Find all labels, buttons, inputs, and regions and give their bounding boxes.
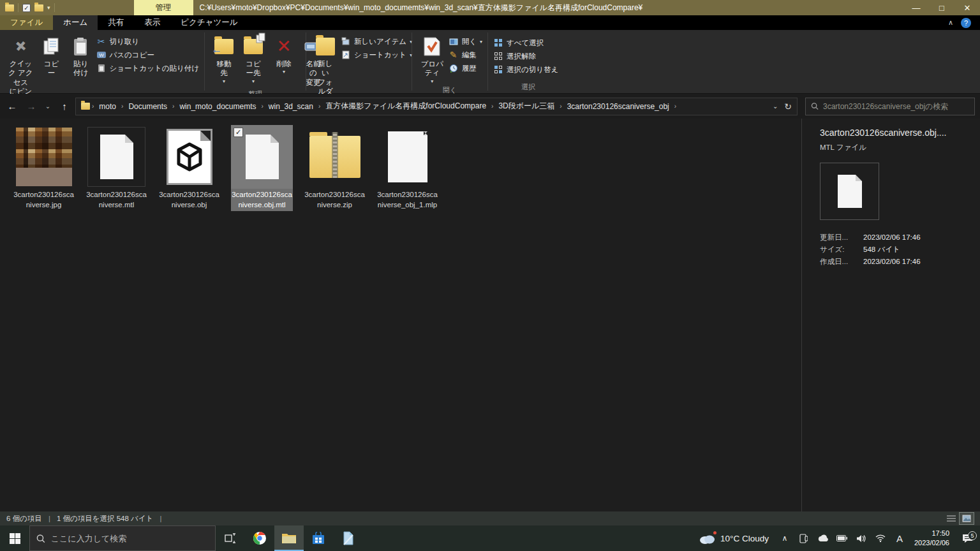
details-created-row: 作成日... 2023/02/06 17:46 xyxy=(820,256,974,268)
chrome-icon[interactable] xyxy=(245,525,274,551)
clock-time: 17:50 xyxy=(914,529,949,538)
breadcrumb-item[interactable]: 直方体撮影ファイル名再構成forCloudCompare xyxy=(322,99,489,113)
search-input[interactable] xyxy=(823,102,969,111)
task-view-button[interactable] xyxy=(216,525,245,551)
explorer-icon[interactable] xyxy=(5,4,14,11)
dropdown-caret-icon: ▾ xyxy=(480,40,482,43)
history-button[interactable]: 履歴 xyxy=(449,63,482,73)
breadcrumb-item[interactable]: 3D段ボール三箱 xyxy=(495,99,558,113)
app-icon[interactable] xyxy=(333,525,362,551)
select-none-button[interactable]: 選択解除 xyxy=(493,51,558,61)
file-tile-jpg[interactable]: 3carton230126scaniverse.jpg xyxy=(13,125,75,211)
paste-shortcut-button[interactable]: ショートカットの貼り付け xyxy=(96,63,199,73)
open-button[interactable]: 開く ▾ xyxy=(449,36,482,47)
dropdown-caret-icon: ▾ xyxy=(431,80,433,83)
invert-selection-button[interactable]: 選択の切り替え xyxy=(493,64,558,75)
file-tile-obj[interactable]: 3carton230126scaniverse.obj xyxy=(158,125,220,211)
history-icon xyxy=(449,63,459,73)
weather-cloud-icon xyxy=(699,533,715,544)
list-view-button[interactable] xyxy=(944,513,958,524)
divider xyxy=(18,3,19,12)
taskbar-clock[interactable]: 17:50 2023/02/06 xyxy=(909,529,954,548)
breadcrumb-item[interactable]: moto xyxy=(96,101,119,112)
breadcrumb-item[interactable]: win_3d_scan xyxy=(265,101,316,112)
new-folder-icon[interactable] xyxy=(34,4,43,11)
tab-share[interactable]: 共有 xyxy=(98,15,134,30)
jpg-thumbnail xyxy=(16,128,72,186)
weather-widget[interactable]: 10°C Cloudy xyxy=(692,533,775,544)
customize-toolbar-caret-icon[interactable]: ▾ xyxy=(47,4,50,11)
up-button[interactable]: ↑ xyxy=(56,98,73,115)
copy-to-button[interactable]: コピー先 ▾ xyxy=(239,34,267,85)
properties-button[interactable]: プロパティ ▾ xyxy=(417,34,447,85)
clipboard-small-buttons: ✂ 切り取り W パスのコピー ショートカットの貼り付け xyxy=(96,34,199,73)
file-tile-zip[interactable]: 3carton230126scaniverse.zip xyxy=(304,125,366,211)
details-pane: 3carton230126scaniverse.obj.... MTL ファイル… xyxy=(802,119,980,511)
onedrive-icon[interactable] xyxy=(815,534,831,542)
cut-button[interactable]: ✂ 切り取り xyxy=(96,36,199,47)
thumbnail-view-button[interactable] xyxy=(960,513,974,524)
minimize-button[interactable]: — xyxy=(903,0,929,15)
breadcrumb-item[interactable]: Documents xyxy=(125,101,170,112)
battery-icon[interactable] xyxy=(835,535,850,541)
copy-button[interactable]: コピー xyxy=(38,34,66,80)
tab-home[interactable]: ホーム xyxy=(53,15,98,30)
tray-chevron-icon[interactable]: ∧ xyxy=(777,534,792,543)
file-icon xyxy=(838,175,862,208)
new-small-buttons: 新しいアイテム ▾ ショートカット ▾ xyxy=(341,34,412,60)
refresh-icon[interactable]: ↻ xyxy=(784,101,792,112)
dropdown-caret-icon: ▾ xyxy=(283,70,285,73)
file-tile-objmtl-selected[interactable]: ✓ 3carton230126scaniverse.obj.mtl xyxy=(231,125,293,211)
edit-button[interactable]: ✎ 編集 xyxy=(449,50,482,60)
tab-view[interactable]: 表示 xyxy=(134,15,170,30)
taskbar-search[interactable] xyxy=(29,525,216,551)
taskbar: 10°C Cloudy ∧ A 17:50 2023/02/06 xyxy=(0,525,980,551)
svg-text:W: W xyxy=(99,52,104,58)
clock-date: 2023/02/06 xyxy=(914,538,949,548)
wifi-icon[interactable] xyxy=(873,534,888,542)
speaker-icon[interactable] xyxy=(854,534,869,543)
ime-indicator[interactable]: A xyxy=(892,533,907,544)
breadcrumb-item[interactable]: win_moto_documemts xyxy=(176,101,259,112)
details-modified-row: 更新日... 2023/02/06 17:46 xyxy=(820,231,974,244)
shortcut-button[interactable]: ショートカット ▾ xyxy=(341,50,412,60)
delete-button[interactable]: ✕ 削除 ▾ xyxy=(270,34,298,75)
file-tile-mtl[interactable]: 3carton230126scaniverse.mtl xyxy=(85,125,147,211)
group-label-select: 選択 xyxy=(489,82,567,93)
copy-path-button[interactable]: W パスのコピー xyxy=(96,50,199,60)
file-name: 3carton230126scaniverse_obj_1.mlp xyxy=(376,189,438,211)
file-icon xyxy=(246,135,279,179)
manage-contextual-tab[interactable]: 管理 xyxy=(134,0,193,15)
search-box[interactable] xyxy=(805,98,975,115)
new-item-button[interactable]: 新しいアイテム ▾ xyxy=(341,36,412,47)
select-all-button[interactable]: すべて選択 xyxy=(493,38,558,48)
address-dropdown-caret-icon[interactable]: ⌄ xyxy=(773,105,778,108)
microsoft-store-icon[interactable] xyxy=(304,525,333,551)
maximize-button[interactable]: □ xyxy=(929,0,954,15)
action-center-button[interactable]: 5 xyxy=(954,534,980,543)
paste-button[interactable]: 貼り付け xyxy=(67,34,95,80)
tab-picture-tools[interactable]: ピクチャツール xyxy=(170,15,248,30)
help-icon[interactable]: ? xyxy=(961,18,971,28)
file-tile-mlp[interactable]: .page::after{} 3carton230126scaniverse_o… xyxy=(376,125,438,211)
taskbar-search-input[interactable] xyxy=(51,534,209,543)
breadcrumb-item[interactable]: 3carton230126scaniverse_obj xyxy=(564,101,672,112)
ribbon-group-clipboard: ✚ クイック アクセス にピン留めする コピー 貼り付け xyxy=(0,30,204,93)
shortcut-icon xyxy=(341,50,351,60)
your-phone-icon[interactable] xyxy=(796,534,812,543)
address-bar[interactable]: › moto› Documents› win_moto_documemts› w… xyxy=(75,98,798,115)
close-button[interactable]: ✕ xyxy=(954,0,980,15)
tab-file[interactable]: ファイル xyxy=(0,15,53,30)
start-button[interactable] xyxy=(0,525,29,551)
back-button[interactable]: ← xyxy=(4,98,20,115)
quick-access-toolbar: ✓ ▾ xyxy=(0,3,60,12)
move-to-button[interactable]: ← 移動先 ▾ xyxy=(210,34,238,85)
properties-icon[interactable]: ✓ xyxy=(22,4,31,12)
recent-locations-caret-icon[interactable]: ⌄ xyxy=(42,98,54,115)
selection-checkbox[interactable]: ✓ xyxy=(234,128,243,137)
file-name: 3carton230126scaniverse.jpg xyxy=(13,189,75,211)
file-explorer-icon[interactable] xyxy=(274,525,304,551)
file-list[interactable]: 3carton230126scaniverse.jpg 3carton23012… xyxy=(0,119,801,511)
details-preview xyxy=(820,163,879,220)
collapse-ribbon-icon[interactable]: ∧ xyxy=(948,18,953,27)
